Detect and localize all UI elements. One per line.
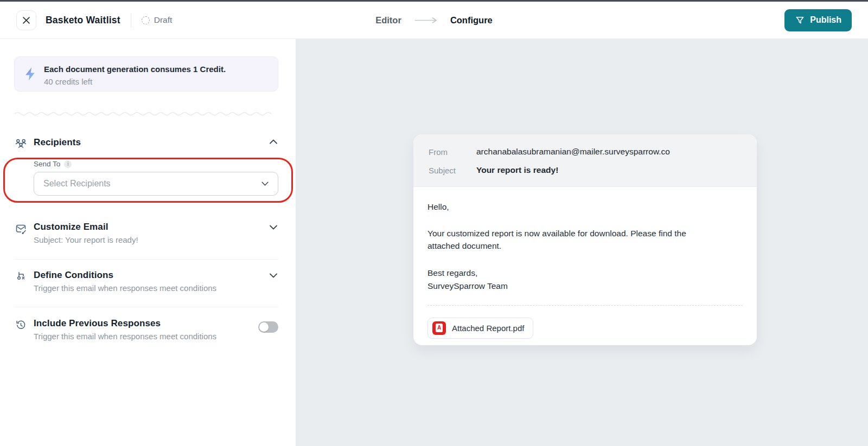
email-preview-card: From archanabalasubramanian@mailer.surve… xyxy=(413,134,757,345)
subject-value: Your report is ready! xyxy=(476,165,742,175)
close-button[interactable] xyxy=(16,10,36,30)
publish-funnel-icon xyxy=(795,15,805,25)
close-icon xyxy=(23,17,30,24)
from-value: archanabalasubramanian@mailer.surveyspar… xyxy=(476,147,742,157)
tab-editor[interactable]: Editor xyxy=(375,15,401,25)
email-paragraph: Your customized report is now available … xyxy=(427,228,701,252)
section-include-previous: Include Previous Responses Trigger this … xyxy=(14,318,278,341)
window-top-edge xyxy=(0,0,868,2)
credits-remaining: 40 credits left xyxy=(44,77,226,86)
email-header: From archanabalasubramanian@mailer.surve… xyxy=(413,134,757,187)
dashed-divider xyxy=(427,305,743,306)
publish-label: Publish xyxy=(810,15,841,25)
signoff-line2: SurveySparrow Team xyxy=(427,281,508,290)
breadcrumb: Editor Configure xyxy=(375,15,493,25)
email-edit-icon xyxy=(14,222,28,235)
wavy-divider xyxy=(14,110,279,117)
section-divider xyxy=(14,259,278,260)
lightning-bolt-icon xyxy=(23,67,37,81)
define-conditions-subtitle: Trigger this email when responses meet c… xyxy=(34,283,270,293)
history-clock-icon xyxy=(14,319,28,332)
pdf-page-glyph: A xyxy=(436,324,443,332)
status-badge: Draft xyxy=(142,15,173,25)
email-greeting: Hello, xyxy=(427,201,743,213)
preview-pane: From archanabalasubramanian@mailer.surve… xyxy=(296,39,868,446)
include-previous-toggle[interactable] xyxy=(258,321,278,333)
configure-sidebar: Each document generation consumes 1 Cred… xyxy=(0,39,296,446)
credit-message: Each document generation consumes 1 Cred… xyxy=(44,63,226,75)
section-customize-email[interactable]: Customize Email Subject: Your report is … xyxy=(14,222,278,244)
toggle-knob xyxy=(259,322,269,332)
section-define-conditions[interactable]: Define Conditions Trigger this email whe… xyxy=(14,270,278,293)
customize-email-title: Customize Email xyxy=(34,222,270,232)
publish-button[interactable]: Publish xyxy=(784,9,852,31)
chevron-down-icon[interactable] xyxy=(270,225,278,230)
send-to-label: Send To i xyxy=(34,160,72,168)
tab-configure[interactable]: Configure xyxy=(450,15,493,25)
info-icon[interactable]: i xyxy=(64,160,72,168)
email-body: Hello, Your customized report is now ava… xyxy=(413,187,757,339)
arrow-right-icon xyxy=(414,17,437,23)
customize-email-subtitle: Subject: Your report is ready! xyxy=(34,235,270,244)
section-recipients[interactable]: Recipients xyxy=(14,137,278,151)
conditions-branch-icon xyxy=(14,270,28,283)
chevron-up-icon[interactable] xyxy=(270,139,278,144)
section-divider xyxy=(14,307,278,307)
signoff-line1: Best regards, xyxy=(427,268,477,277)
attachment-filename: Attached Report.pdf xyxy=(452,322,524,334)
from-label: From xyxy=(429,147,476,157)
survey-title: Basketo Waitlist xyxy=(46,15,120,26)
status-label: Draft xyxy=(154,15,173,25)
recipients-select[interactable]: Select Recipients xyxy=(34,172,278,196)
recipients-people-icon xyxy=(14,138,28,151)
chevron-down-icon xyxy=(261,182,269,186)
topbar-divider xyxy=(131,13,131,27)
email-signoff: Best regards, SurveySparrow Team xyxy=(427,267,743,292)
define-conditions-title: Define Conditions xyxy=(34,270,270,281)
select-placeholder: Select Recipients xyxy=(43,179,111,189)
credit-banner: Each document generation consumes 1 Cred… xyxy=(14,56,278,92)
subject-label: Subject xyxy=(429,166,476,175)
attachment-chip[interactable]: A Attached Report.pdf xyxy=(427,318,533,339)
include-previous-title: Include Previous Responses xyxy=(34,318,278,329)
include-previous-subtitle: Trigger this email when responses meet c… xyxy=(34,332,278,341)
pdf-file-icon: A xyxy=(432,321,446,335)
recipients-title: Recipients xyxy=(34,137,270,148)
chevron-down-icon[interactable] xyxy=(270,273,278,278)
topbar: Basketo Waitlist Draft Editor Configure … xyxy=(0,2,868,39)
draft-status-icon xyxy=(142,16,150,24)
send-to-text: Send To xyxy=(34,160,60,168)
